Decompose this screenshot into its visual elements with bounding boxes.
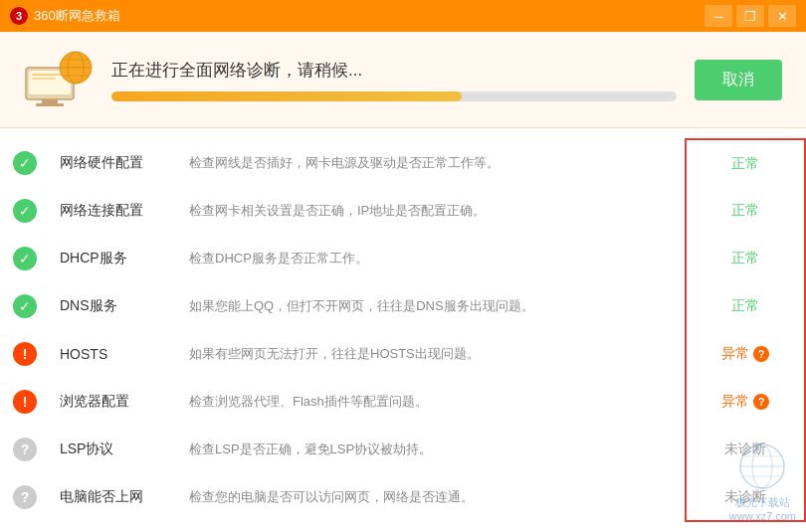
title-bar: 3 360断网急救箱 ─ ❐ ✕ <box>0 0 806 32</box>
diag-table: ✓ 网络硬件配置 检查网线是否插好，网卡电源及驱动是否正常工作等。 正常 ✓ 网… <box>0 138 806 522</box>
progress-bar-fill <box>111 91 462 101</box>
row-status-cell: 正常 <box>686 235 805 282</box>
ok-icon: ✓ <box>13 199 37 223</box>
row-icon-cell: ? <box>0 473 50 521</box>
row-name-cell: 浏览器配置 <box>50 378 179 426</box>
status-label: 正常 <box>731 155 759 171</box>
diag-row-browser: ! 浏览器配置 检查浏览器代理、Flash插件等配置问题。 异常 ? <box>0 378 805 426</box>
status-label: 异常 ? <box>697 393 794 411</box>
row-name-cell: HOSTS <box>50 330 179 378</box>
row-name-cell: 网络硬件配置 <box>50 139 179 187</box>
diag-row-dhcp: ✓ DHCP服务 检查DHCP服务是否正常工作。 正常 <box>0 235 805 282</box>
main-content: ✓ 网络硬件配置 检查网线是否插好，网卡电源及驱动是否正常工作等。 正常 ✓ 网… <box>0 128 806 532</box>
help-icon[interactable]: ? <box>753 394 769 410</box>
ok-icon: ✓ <box>13 151 37 175</box>
status-label: 未诊断 <box>724 441 766 456</box>
diag-row-hosts: ! HOSTS 如果有些网页无法打开，往往是HOSTS出现问题。 异常 ? <box>0 330 805 378</box>
window-controls: ─ ❐ ✕ <box>705 5 796 27</box>
svg-rect-10 <box>32 78 56 80</box>
row-name-cell: 网络连接配置 <box>50 187 179 235</box>
warn-icon: ! <box>13 390 37 414</box>
row-desc-cell: 检查您的电脑是否可以访问网页，网络是否连通。 <box>179 473 686 521</box>
row-status-cell: 异常 ? <box>686 378 805 426</box>
svg-rect-9 <box>32 74 62 76</box>
diag-row-lsp: ? LSP协议 检查LSP是否正确，避免LSP协议被劫持。 未诊断 <box>0 426 805 473</box>
row-desc-cell: 检查网线是否插好，网卡电源及驱动是否正常工作等。 <box>179 139 686 187</box>
row-desc-cell: 如果您能上QQ，但打不开网页，往往是DNS服务出现问题。 <box>179 282 686 330</box>
svg-rect-3 <box>36 103 64 106</box>
unknown-icon: ? <box>13 485 37 509</box>
close-button[interactable]: ✕ <box>768 5 796 27</box>
svg-rect-2 <box>42 99 58 103</box>
status-label: 正常 <box>731 297 759 313</box>
row-icon-cell: ? <box>0 426 50 473</box>
row-icon-cell: ✓ <box>0 139 50 187</box>
status-label: 未诊断 <box>724 488 766 504</box>
ok-icon: ✓ <box>13 247 37 270</box>
row-icon-cell: ! <box>0 330 50 378</box>
warn-icon: ! <box>13 342 37 366</box>
progress-bar-bg <box>111 91 677 101</box>
row-desc-cell: 检查网卡相关设置是否正确，IP地址是否配置正确。 <box>179 187 686 235</box>
unknown-icon: ? <box>13 438 37 461</box>
header-icon <box>24 50 94 109</box>
row-status-cell: 正常 <box>686 139 805 187</box>
app-title: 360断网急救箱 <box>34 7 120 25</box>
header-title: 正在进行全面网络诊断，请稍候... <box>111 59 677 82</box>
row-desc-cell: 检查LSP是否正确，避免LSP协议被劫持。 <box>179 426 686 473</box>
row-icon-cell: ✓ <box>0 282 50 330</box>
row-desc-cell: 检查DHCP服务是否正常工作。 <box>179 235 686 282</box>
row-status-cell: 未诊断 <box>686 426 805 473</box>
row-icon-cell: ✓ <box>0 235 50 282</box>
restore-button[interactable]: ❐ <box>736 5 764 27</box>
ok-icon: ✓ <box>13 294 37 318</box>
row-name-cell: LSP协议 <box>50 426 179 473</box>
row-name-cell: DHCP服务 <box>50 235 179 282</box>
status-label: 异常 ? <box>697 345 794 363</box>
diag-row-internet: ? 电脑能否上网 检查您的电脑是否可以访问网页，网络是否连通。 未诊断 <box>0 473 805 521</box>
title-left: 3 360断网急救箱 <box>10 7 120 25</box>
help-icon[interactable]: ? <box>753 346 769 362</box>
row-name-cell: 电脑能否上网 <box>50 473 179 521</box>
row-name-cell: DNS服务 <box>50 282 179 330</box>
row-icon-cell: ✓ <box>0 187 50 235</box>
row-status-cell: 正常 <box>686 282 805 330</box>
header-area: 正在进行全面网络诊断，请稍候... 取消 <box>0 32 806 128</box>
row-icon-cell: ! <box>0 378 50 426</box>
row-desc-cell: 检查浏览器代理、Flash插件等配置问题。 <box>179 378 686 426</box>
app-icon: 3 <box>10 7 28 25</box>
diag-row-hardware: ✓ 网络硬件配置 检查网线是否插好，网卡电源及驱动是否正常工作等。 正常 <box>0 139 805 187</box>
row-status-cell: 正常 <box>686 187 805 235</box>
diag-row-dns: ✓ DNS服务 如果您能上QQ，但打不开网页，往往是DNS服务出现问题。 正常 <box>0 282 805 330</box>
row-desc-cell: 如果有些网页无法打开，往往是HOSTS出现问题。 <box>179 330 686 378</box>
header-text-area: 正在进行全面网络诊断，请稍候... <box>111 59 677 101</box>
row-status-cell: 异常 ? <box>686 330 805 378</box>
status-label: 正常 <box>731 250 759 266</box>
row-status-cell: 未诊断 <box>686 473 805 521</box>
cancel-button[interactable]: 取消 <box>695 60 782 100</box>
minimize-button[interactable]: ─ <box>705 5 732 27</box>
status-label: 正常 <box>731 202 759 218</box>
diag-row-network: ✓ 网络连接配置 检查网卡相关设置是否正确，IP地址是否配置正确。 正常 <box>0 187 805 235</box>
